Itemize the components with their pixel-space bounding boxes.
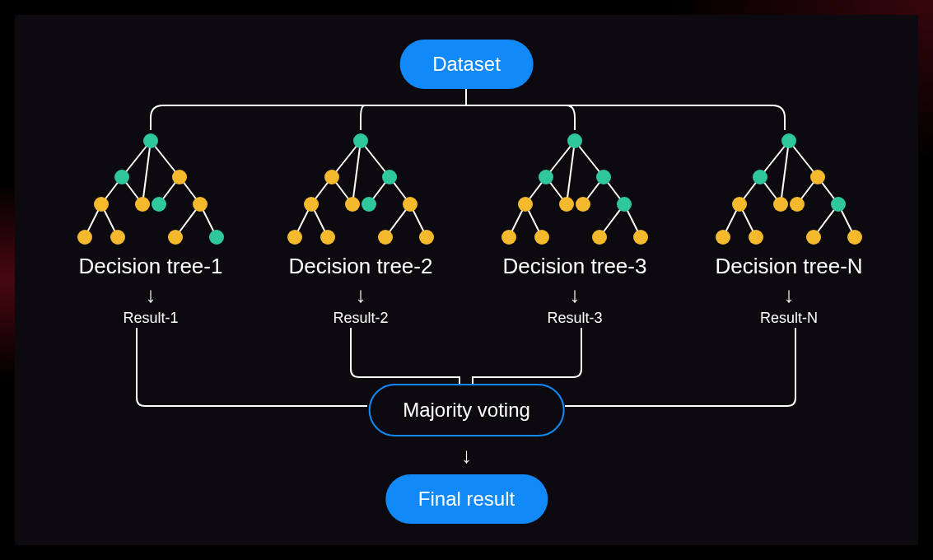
svg-point-59 <box>518 197 533 212</box>
majority-voting-label: Majority voting <box>403 399 530 421</box>
svg-point-78 <box>781 133 796 148</box>
svg-point-12 <box>143 133 158 148</box>
decision-tree-3-graphic <box>488 126 661 250</box>
arrow-down-icon: ↓ <box>570 284 581 306</box>
svg-point-60 <box>559 197 574 212</box>
decision-tree-1-graphic <box>64 126 237 250</box>
svg-point-86 <box>749 230 763 245</box>
tree-3-label: Decision tree-3 <box>503 254 647 279</box>
result-3-label: Result-3 <box>547 310 602 327</box>
svg-point-83 <box>790 197 805 212</box>
svg-point-18 <box>193 197 208 212</box>
svg-point-79 <box>753 170 767 184</box>
svg-point-62 <box>617 197 632 212</box>
svg-point-42 <box>320 230 335 245</box>
svg-point-38 <box>345 197 360 212</box>
majority-voting-node: Majority voting <box>368 384 565 436</box>
svg-point-37 <box>304 197 319 212</box>
svg-point-34 <box>353 133 368 148</box>
svg-point-82 <box>773 197 788 212</box>
svg-point-66 <box>633 230 648 245</box>
final-result-label: Final result <box>418 488 515 510</box>
svg-point-64 <box>534 230 549 245</box>
svg-point-15 <box>94 197 109 212</box>
svg-point-39 <box>362 197 376 212</box>
result-2-label: Result-2 <box>333 310 388 327</box>
svg-point-14 <box>172 170 187 184</box>
svg-point-22 <box>209 230 224 245</box>
arrow-down-icon: ↓ <box>461 445 472 466</box>
tree-1-label: Decision tree-1 <box>79 254 223 279</box>
tree-N-label: Decision tree-N <box>715 254 862 279</box>
svg-point-58 <box>596 170 611 184</box>
result-1-label: Result-1 <box>123 310 178 327</box>
result-N-label: Result-N <box>760 310 818 327</box>
svg-point-16 <box>135 197 150 212</box>
svg-point-44 <box>419 230 434 245</box>
svg-point-40 <box>403 197 418 212</box>
decision-tree-N-graphic <box>702 126 875 250</box>
final-result-node: Final result <box>385 474 548 524</box>
svg-point-57 <box>539 170 553 184</box>
svg-point-80 <box>810 170 825 184</box>
arrow-down-icon: ↓ <box>146 284 156 306</box>
svg-point-43 <box>378 230 393 245</box>
svg-point-36 <box>382 170 397 184</box>
diagram-frame: Dataset D <box>15 15 918 545</box>
dataset-label: Dataset <box>432 53 501 75</box>
svg-point-20 <box>110 230 125 245</box>
svg-point-87 <box>806 230 821 245</box>
svg-point-85 <box>716 230 730 245</box>
svg-point-41 <box>287 230 302 245</box>
svg-point-35 <box>324 170 339 184</box>
svg-point-88 <box>847 230 862 245</box>
svg-point-21 <box>168 230 183 245</box>
svg-point-63 <box>501 230 516 245</box>
svg-point-19 <box>77 230 92 245</box>
svg-point-56 <box>567 133 582 148</box>
svg-point-81 <box>732 197 747 212</box>
svg-point-13 <box>114 170 129 184</box>
svg-point-17 <box>152 197 166 212</box>
svg-point-84 <box>831 197 846 212</box>
arrow-down-icon: ↓ <box>356 284 366 306</box>
svg-point-61 <box>576 197 590 212</box>
dataset-node: Dataset <box>399 40 534 89</box>
svg-point-65 <box>592 230 607 245</box>
arrow-down-icon: ↓ <box>784 284 795 306</box>
tree-2-label: Decision tree-2 <box>289 254 433 279</box>
decision-tree-2-graphic <box>274 126 447 250</box>
